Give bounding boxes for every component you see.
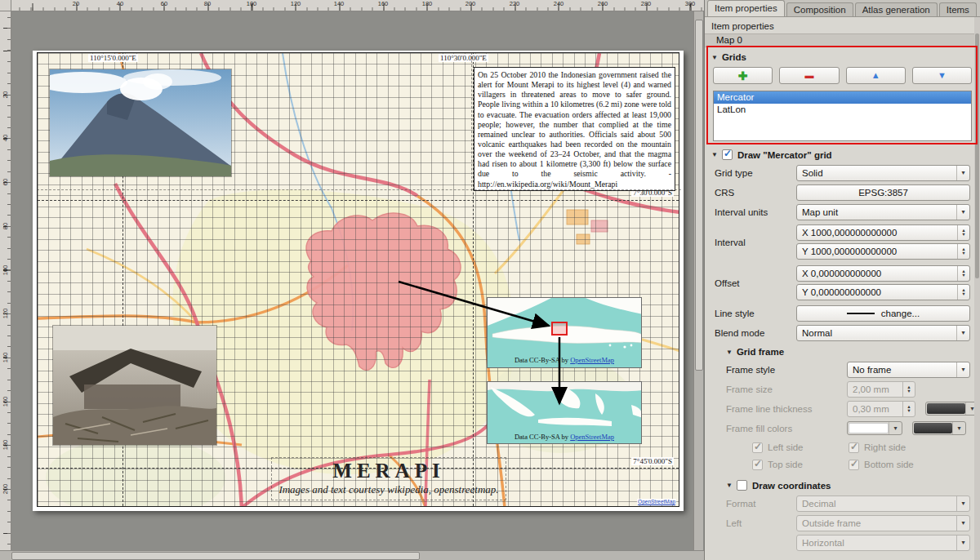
frame-style-select[interactable]: No frame ▾ <box>847 362 970 378</box>
draw-coordinates-label: Draw coordinates <box>752 481 831 491</box>
add-grid-button[interactable]: ✚ <box>713 67 773 84</box>
grid-list-item-mercator[interactable]: Mercator <box>714 91 971 104</box>
grid-type-label: Grid type <box>715 168 796 178</box>
draw-coordinates-checkbox[interactable] <box>737 480 747 491</box>
grid-type-select[interactable]: Solid ▾ <box>796 165 970 181</box>
spinner-arrows-icon[interactable]: ▲▼ <box>957 266 969 281</box>
left-side-checkbox[interactable] <box>752 442 763 453</box>
chevron-down-icon: ▾ <box>889 422 902 434</box>
interval-label: Interval <box>715 238 796 247</box>
tab-atlas-generation[interactable]: Atlas generation <box>855 2 938 16</box>
frame-line-thickness-spinbox[interactable]: 0,30 mm ▲▼ <box>847 401 915 417</box>
frame-size-spinbox[interactable]: 2,00 mm ▲▼ <box>847 381 915 398</box>
interval-x-spinbox[interactable]: X 1000,000000000000 ▲▼ <box>796 224 970 241</box>
offset-y-value: Y 0,000000000000 <box>802 287 881 297</box>
plus-icon: ✚ <box>738 70 748 82</box>
frame-sides-group: Left side Right side Top side Bottom sid… <box>705 440 980 472</box>
tab-item-properties[interactable]: Item properties <box>707 0 785 16</box>
scrollbar-thumb[interactable] <box>695 20 703 371</box>
scrollbar-thumb[interactable] <box>975 33 979 278</box>
orientation-select[interactable]: Horizontal ▾ <box>796 535 970 551</box>
osm-link[interactable]: OpenStreetMap <box>570 356 614 364</box>
draw-grid-label: Draw "Mercator" grid <box>737 150 832 160</box>
frame-fill-color1-button[interactable]: ▾ <box>847 421 902 435</box>
crs-button[interactable]: EPSG:3857 <box>796 184 970 201</box>
horizontal-scrollbar[interactable] <box>0 550 704 560</box>
grid-list-toolbar: ✚ ▬ ▲ ▼ <box>713 67 972 84</box>
tab-items[interactable]: Items <box>939 2 977 16</box>
map-title: MERAPI <box>272 460 506 482</box>
ruler-tick-label: 140 <box>0 352 11 363</box>
format-label: Format <box>726 499 796 509</box>
color-swatch <box>927 403 965 414</box>
overview-inset-map-2[interactable]: Data CC-By-SA by OpenStreetMap <box>487 381 642 444</box>
grids-label: Grids <box>722 52 746 62</box>
grid-list: Mercator LatLon <box>713 91 972 141</box>
spinner-arrows-icon[interactable]: ▲▼ <box>902 382 915 397</box>
grid-list-item-latlon[interactable]: LatLon <box>714 104 971 116</box>
spinner-arrows-icon[interactable]: ▲▼ <box>902 402 915 416</box>
collapse-triangle-icon[interactable]: ▼ <box>726 349 733 356</box>
frame-line-color-button[interactable]: ▾ <box>925 402 979 416</box>
frame-fill-color2-button[interactable]: ▾ <box>912 421 966 435</box>
collapse-triangle-icon[interactable]: ▼ <box>711 54 718 61</box>
tab-composition[interactable]: Composition <box>786 2 853 16</box>
blend-mode-select[interactable]: Normal ▾ <box>796 325 970 341</box>
top-side-label: Top side <box>768 460 803 469</box>
ruler-tick-label: 200 <box>466 0 476 7</box>
article-text-item[interactable]: On 25 October 2010 the Indonesian govern… <box>474 67 675 191</box>
chevron-down-icon: ▾ <box>956 516 969 531</box>
interval-units-select[interactable]: Map unit ▾ <box>796 204 970 220</box>
debris-photo[interactable] <box>52 325 217 446</box>
scrollbar-thumb[interactable] <box>11 552 420 560</box>
interval-x-value: X 1000,000000000000 <box>802 228 897 238</box>
bottom-side-label: Bottom side <box>864 460 914 469</box>
offset-x-spinbox[interactable]: X 0,000000000000 ▲▼ <box>796 265 970 282</box>
up-arrow-icon: ▲ <box>871 71 880 80</box>
spinner-arrows-icon[interactable]: ▲▼ <box>957 285 969 300</box>
right-side-checkbox[interactable] <box>849 442 859 453</box>
ruler-tick-label: 260 <box>598 0 608 7</box>
line-style-button[interactable]: change... <box>796 305 970 322</box>
draw-grid-header: ▼ Draw "Mercator" grid <box>705 149 980 160</box>
ruler-tick-label: 120 <box>0 308 11 319</box>
frame-size-value: 2,00 mm <box>853 384 889 394</box>
offset-y-spinbox[interactable]: Y 0,000000000000 ▲▼ <box>796 284 970 300</box>
title-item[interactable]: MERAPI Images and text courtesy wikipedi… <box>271 457 506 500</box>
chevron-down-icon: ▾ <box>956 326 969 340</box>
vertical-scrollbar[interactable] <box>693 11 703 550</box>
draw-grid-checkbox[interactable] <box>722 149 733 160</box>
ruler-tick-label: 200 <box>0 483 11 495</box>
down-arrow-icon: ▼ <box>938 71 947 80</box>
composition-page[interactable]: 110°15'0.000"E 110°30'0.000"E 7°30'0.000… <box>33 51 684 511</box>
osm-link[interactable]: OpenStreetMap <box>570 433 614 441</box>
move-grid-up-button[interactable]: ▲ <box>846 67 906 84</box>
overview-inset-map-1[interactable]: Data CC-By-SA by OpenStreetMap <box>487 297 642 368</box>
move-grid-down-button[interactable]: ▼ <box>912 67 972 84</box>
remove-grid-button[interactable]: ▬ <box>779 67 839 84</box>
collapse-triangle-icon[interactable]: ▼ <box>711 151 718 158</box>
ruler-tick-label: 240 <box>554 0 564 7</box>
collapse-triangle-icon[interactable]: ▼ <box>726 482 733 489</box>
ruler-tick-label: 40 <box>117 0 123 7</box>
left-frame-select[interactable]: Outside frame ▾ <box>796 515 970 531</box>
spinner-arrows-icon[interactable]: ▲▼ <box>957 244 969 259</box>
map-subtitle: Images and text courtesy wikipedia, open… <box>272 483 506 496</box>
draw-coordinates-header: ▼ Draw coordinates <box>705 480 980 491</box>
volcano-photo[interactable] <box>49 69 232 177</box>
ruler-tick-label: 80 <box>0 220 11 232</box>
frame-line-thickness-label: Frame line thickness <box>726 404 847 414</box>
color-swatch <box>849 423 889 433</box>
top-side-checkbox[interactable] <box>752 460 763 470</box>
credit-prefix: Data CC-By-SA by <box>514 356 570 364</box>
ruler-tick-label: 280 <box>641 0 652 7</box>
format-select[interactable]: Decimal ▾ <box>796 496 970 512</box>
spinner-arrows-icon[interactable]: ▲▼ <box>957 225 969 240</box>
osm-attribution-link[interactable]: OpenStreetMap <box>637 499 676 504</box>
inset-attribution: Data CC-By-SA by OpenStreetMap <box>488 433 641 441</box>
panel-scrollbar[interactable] <box>974 17 980 560</box>
panel-title: Item properties <box>711 21 980 31</box>
interval-y-spinbox[interactable]: Y 1000,000000000000 ▲▼ <box>796 243 970 260</box>
chevron-down-icon: ▾ <box>956 166 969 180</box>
bottom-side-checkbox[interactable] <box>849 460 859 470</box>
